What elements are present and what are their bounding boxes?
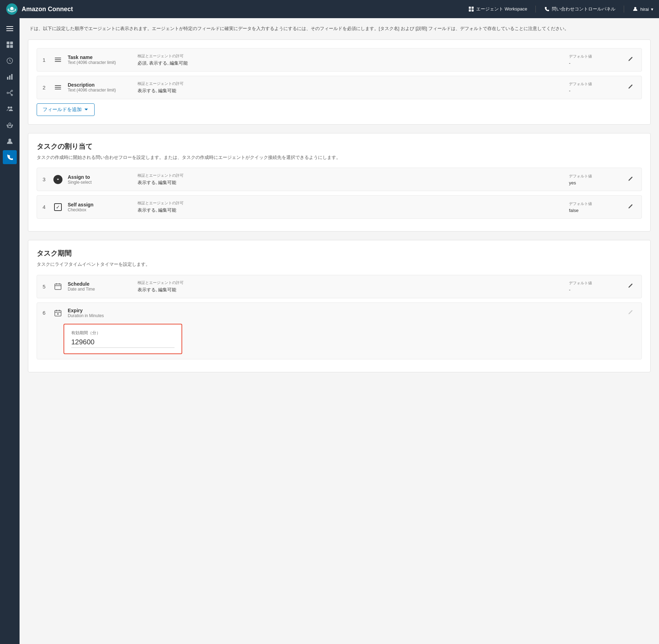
drag-handle-2[interactable] — [52, 84, 64, 90]
sidebar-item-realtime[interactable] — [3, 54, 17, 68]
field-number-1: 1 — [43, 57, 52, 63]
expiry-input-value[interactable]: 129600 — [71, 338, 175, 348]
field-default-label-5: デフォルト値 — [569, 280, 625, 286]
field-validation-value-4: 表示する, 編集可能 — [138, 207, 562, 213]
hamburger-icon — [6, 25, 13, 32]
field-edit-button-4[interactable] — [625, 202, 636, 212]
field-edit-button-3[interactable] — [625, 175, 636, 184]
field-info-6: Expiry Duration in Minutes — [68, 308, 138, 318]
svg-point-23 — [9, 123, 11, 125]
user-icon — [632, 6, 638, 12]
field-default-col-4: デフォルト値 false — [569, 201, 625, 213]
field-icon-5 — [52, 283, 64, 290]
sidebar-item-routing[interactable] — [3, 86, 17, 100]
field-name-2: Description — [68, 82, 138, 88]
field-edit-button-6 — [625, 308, 636, 318]
field-default-label-1: デフォルト値 — [569, 54, 625, 59]
field-number-5: 5 — [43, 284, 52, 290]
app-title: Amazon Connect — [22, 6, 73, 13]
field-default-label-4: デフォルト値 — [569, 201, 625, 206]
workspace-nav-item[interactable]: エージェント Workspace — [468, 6, 527, 12]
svg-rect-5 — [472, 9, 474, 12]
svg-point-18 — [7, 92, 8, 94]
field-validation-col-3: 検証とエージェントの許可 表示する, 編集可能 — [138, 173, 562, 186]
control-panel-label: 問い合わせコントロールパネル — [552, 6, 615, 12]
svg-point-22 — [10, 107, 12, 109]
field-validation-label-5: 検証とエージェントの許可 — [138, 280, 562, 285]
field-type-6: Duration in Minutes — [68, 313, 138, 318]
field-row-5: 5 Schedule Date and Time 検証とエージェントの許可 表示… — [37, 275, 642, 298]
sidebar-item-users[interactable] — [3, 102, 17, 116]
field-type-3: Single-select — [68, 180, 138, 185]
dropdown-arrow-icon — [84, 107, 89, 112]
field-row-1: 1 Task name Text (4096 character limit) … — [37, 48, 642, 72]
field-validation-value-5: 表示する, 編集可能 — [138, 287, 562, 293]
checkbox-icon: ✓ — [54, 203, 62, 211]
svg-point-21 — [8, 107, 10, 109]
duration-section: タスク期間 タスクにライフタイムイベントタイマーを設定します。 5 Schedu… — [28, 240, 651, 372]
sidebar-item-account[interactable] — [3, 134, 17, 148]
sidebar-item-phone[interactable] — [3, 150, 17, 164]
field-number-6: 6 — [43, 310, 52, 316]
add-field-button[interactable]: フィールドを追加 — [37, 103, 95, 116]
sidebar-menu-button[interactable] — [3, 22, 17, 36]
svg-rect-30 — [55, 85, 61, 86]
field-validation-label-2: 検証とエージェントの許可 — [138, 81, 562, 86]
intro-text: ドは、以下に設定した順序でエージェントに表示されます。エージェントが特定のフィー… — [28, 25, 651, 32]
field-edit-button-5[interactable] — [625, 281, 636, 291]
sidebar-item-agent-management[interactable] — [3, 118, 17, 132]
field-default-label-2: デフォルト値 — [569, 81, 625, 87]
field-validation-label-3: 検証とエージェントの許可 — [138, 173, 562, 178]
field-validation-value-1: 必須, 表示する, 編集可能 — [138, 60, 562, 66]
expiry-input-label: 有効期間（分） — [71, 330, 175, 336]
field-validation-col-2: 検証とエージェントの許可 表示する, 編集可能 — [138, 81, 562, 94]
main-content: ドは、以下に設定した順序でエージェントに表示されます。エージェントが特定のフィー… — [20, 18, 659, 644]
field-type-1: Text (4096 character limit) — [68, 60, 138, 65]
user-menu[interactable]: hirai ▾ — [632, 6, 653, 12]
field-default-col-1: デフォルト値 - — [569, 54, 625, 66]
routing-icon — [6, 89, 13, 96]
field-edit-button-1[interactable] — [625, 55, 636, 65]
add-field-label: フィールドを追加 — [43, 107, 82, 113]
svg-rect-10 — [7, 42, 9, 44]
field-edit-button-2[interactable] — [625, 82, 636, 92]
svg-rect-11 — [10, 42, 13, 44]
field-validation-col-5: 検証とエージェントの許可 表示する, 編集可能 — [138, 280, 562, 293]
drag-handle-1[interactable] — [52, 57, 64, 63]
field-info-1: Task name Text (4096 character limit) — [68, 54, 138, 65]
control-panel-nav-item[interactable]: 問い合わせコントロールパネル — [544, 6, 615, 12]
field-number-4: 4 — [43, 204, 52, 210]
svg-rect-32 — [55, 89, 61, 89]
field-info-4: Self assign Checkbox — [68, 202, 138, 212]
field-name-1: Task name — [68, 54, 138, 60]
field-default-col-2: デフォルト値 - — [569, 81, 625, 93]
agent-icon — [6, 122, 13, 129]
sidebar-item-analytics[interactable] — [3, 70, 17, 84]
chart-icon — [6, 73, 13, 80]
phone-sidebar-icon — [6, 154, 13, 161]
field-name-6: Expiry — [68, 308, 138, 313]
app-header: Amazon Connect エージェント Workspace 問い合わせコント… — [0, 0, 659, 18]
edit-icon-6-disabled — [628, 309, 633, 315]
field-row-3: 3 Assign to Single-select 検証とエージェントの許可 表… — [37, 168, 642, 191]
svg-rect-28 — [55, 59, 61, 60]
duration-section-title: タスク期間 — [37, 249, 642, 258]
svg-rect-33 — [55, 284, 61, 290]
field-row-6: 6 Expiry Duration in Minutes — [37, 302, 642, 359]
sidebar — [0, 18, 20, 644]
nav-separator — [535, 6, 536, 13]
field-name-4: Self assign — [68, 202, 138, 207]
field-validation-label-4: 検証とエージェントの許可 — [138, 200, 562, 206]
field-type-2: Text (4096 character limit) — [68, 88, 138, 93]
svg-rect-3 — [472, 7, 474, 9]
workspace-icon — [468, 6, 474, 12]
field-name-3: Assign to — [68, 174, 138, 180]
dropdown-circle-icon — [53, 175, 62, 184]
sidebar-item-dashboard[interactable] — [3, 38, 17, 52]
svg-rect-31 — [55, 87, 61, 88]
hamburger-drag-icon-2 — [55, 84, 61, 90]
field-default-value-2: - — [569, 88, 625, 93]
edit-icon-3 — [628, 176, 633, 182]
user-name: hirai — [640, 7, 649, 12]
user-dropdown-icon: ▾ — [651, 7, 653, 12]
